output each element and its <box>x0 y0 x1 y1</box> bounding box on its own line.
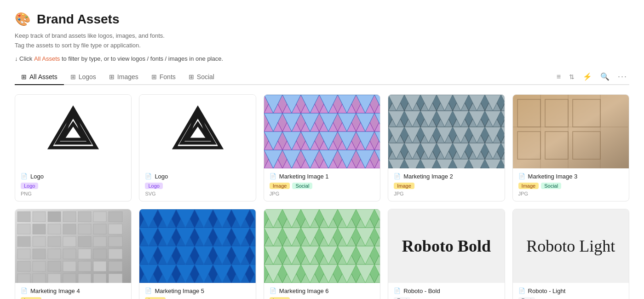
svg-rect-69 <box>78 274 91 283</box>
card-logo-png-info: 📄 Logo Logo PNG <box>15 168 131 201</box>
card-marketing-6-tags: Image <box>270 297 374 299</box>
svg-rect-45 <box>33 236 46 247</box>
card-marketing-5-preview <box>139 209 255 283</box>
logo-png-svg <box>43 102 103 161</box>
card-marketing-4[interactable]: 📄 Marketing Image 4 Image JPG <box>15 209 132 299</box>
svg-rect-79 <box>264 209 380 283</box>
card-roboto-bold-name: 📄 Roboto - Bold <box>394 288 499 294</box>
lightning-icon[interactable]: ⚡ <box>581 70 594 83</box>
card-logo-png[interactable]: 📄 Logo Logo PNG <box>15 94 132 201</box>
svg-rect-70 <box>93 274 106 283</box>
card-marketing-1-type: JPG <box>270 191 374 196</box>
card-marketing-3[interactable]: 📄 Marketing Image 3 Image Social JPG <box>512 94 629 201</box>
svg-rect-41 <box>78 224 91 234</box>
file-icon: 📄 <box>394 288 401 294</box>
svg-rect-30 <box>17 212 30 222</box>
tab-all-assets-label: All Assets <box>29 73 58 80</box>
svg-rect-65 <box>17 274 30 283</box>
card-roboto-light-name: 📄 Roboto - Light <box>518 288 623 294</box>
tag-logo: Logo <box>21 183 38 189</box>
card-logo-svg-type: SVG <box>145 191 250 196</box>
svg-rect-17 <box>388 95 504 168</box>
svg-rect-33 <box>63 212 76 222</box>
tab-fonts[interactable]: ⊞ Fonts <box>145 69 182 85</box>
card-logo-svg-tags: Logo <box>145 183 250 189</box>
tab-logos-icon: ⊞ <box>70 73 76 80</box>
card-roboto-bold-preview: Roboto Bold <box>388 209 504 283</box>
marketing-5-image <box>139 209 255 283</box>
tab-logos[interactable]: ⊞ Logos <box>64 69 103 85</box>
tag-image: Image <box>21 297 41 299</box>
card-marketing-6[interactable]: 📄 Marketing Image 6 Image JPG <box>264 209 380 299</box>
toolbar-actions: ≡ ⇅ ⚡ 🔍 ··· <box>555 70 629 83</box>
card-marketing-2-info: 📄 Marketing Image 2 Image JPG <box>388 168 504 201</box>
logo-svg-graphic <box>168 102 228 161</box>
card-roboto-light[interactable]: Roboto Light 📄 Roboto - Light Font TTF <box>512 209 629 299</box>
tab-images-label: Images <box>117 73 138 80</box>
card-marketing-6-name: 📄 Marketing Image 6 <box>270 288 374 294</box>
tab-social[interactable]: ⊞ Social <box>182 69 221 85</box>
file-icon: 📄 <box>394 173 401 179</box>
sort-icon[interactable]: ⇅ <box>567 71 576 82</box>
svg-rect-50 <box>109 236 122 247</box>
card-marketing-5-name: 📄 Marketing Image 5 <box>145 288 250 294</box>
svg-rect-38 <box>33 224 46 234</box>
card-roboto-bold-tags: Font <box>394 297 499 299</box>
file-icon: 📄 <box>270 288 276 294</box>
assets-grid-row1: 📄 Logo Logo PNG <box>15 94 629 201</box>
tab-images[interactable]: ⊞ Images <box>103 69 145 85</box>
tag-image: Image <box>270 183 290 189</box>
all-assets-hint-link[interactable]: All Assets <box>34 55 60 62</box>
roboto-bold-preview-text: Roboto Bold <box>402 236 491 256</box>
svg-rect-56 <box>93 249 106 259</box>
card-marketing-2-name: 📄 Marketing Image 2 <box>394 173 499 180</box>
card-logo-svg[interactable]: 📄 Logo Logo SVG <box>139 94 256 201</box>
filter-icon[interactable]: ≡ <box>555 71 563 83</box>
card-marketing-1-info: 📄 Marketing Image 1 Image Social JPG <box>264 168 380 201</box>
card-marketing-2[interactable]: 📄 Marketing Image 2 Image JPG <box>388 94 505 201</box>
search-icon[interactable]: 🔍 <box>598 70 611 83</box>
card-roboto-bold[interactable]: Roboto Bold 📄 Roboto - Bold Font TTF <box>388 209 505 299</box>
card-logo-png-type: PNG <box>21 191 126 196</box>
more-icon[interactable]: ··· <box>616 70 629 83</box>
svg-rect-61 <box>63 261 76 271</box>
page-header: 🎨 Brand Assets <box>15 11 629 28</box>
marketing-2-image <box>388 95 504 168</box>
tag-logo: Logo <box>145 183 162 189</box>
svg-rect-71 <box>109 274 122 283</box>
svg-rect-46 <box>48 236 61 247</box>
tab-all-assets[interactable]: ⊞ All Assets <box>15 69 64 85</box>
roboto-light-preview-text: Roboto Light <box>526 236 615 256</box>
tag-social: Social <box>292 183 312 189</box>
card-marketing-5[interactable]: 📄 Marketing Image 5 Image JPG <box>139 209 256 299</box>
marketing-4-image <box>15 209 131 283</box>
tag-font: Font <box>518 297 535 299</box>
card-marketing-3-preview <box>513 95 629 168</box>
card-logo-png-tags: Logo <box>21 183 126 189</box>
card-marketing-1-preview <box>264 95 380 168</box>
svg-rect-60 <box>48 261 61 271</box>
svg-rect-64 <box>109 261 122 271</box>
svg-rect-48 <box>78 236 91 247</box>
card-marketing-3-name: 📄 Marketing Image 3 <box>518 173 623 180</box>
card-roboto-light-info: 📄 Roboto - Light Font TTF <box>513 283 629 299</box>
svg-rect-13 <box>264 95 380 168</box>
page-title: Brand Assets <box>37 11 119 28</box>
card-marketing-3-type: JPG <box>518 191 623 196</box>
card-marketing-1[interactable]: 📄 Marketing Image 1 Image Social JPG <box>264 94 380 201</box>
svg-rect-37 <box>17 224 30 234</box>
svg-rect-49 <box>93 236 106 247</box>
tag-image: Image <box>518 183 539 189</box>
card-roboto-light-preview: Roboto Light <box>513 209 629 283</box>
card-marketing-6-preview <box>264 209 380 283</box>
svg-rect-66 <box>33 274 46 283</box>
card-marketing-2-tags: Image <box>394 183 499 189</box>
svg-rect-39 <box>48 224 61 234</box>
svg-rect-57 <box>109 249 122 259</box>
svg-rect-53 <box>48 249 61 259</box>
svg-rect-43 <box>109 224 122 234</box>
tag-font: Font <box>394 297 410 299</box>
card-marketing-5-tags: Image <box>145 297 250 299</box>
file-icon: 📄 <box>21 173 28 179</box>
card-marketing-3-tags: Image Social <box>518 183 623 189</box>
